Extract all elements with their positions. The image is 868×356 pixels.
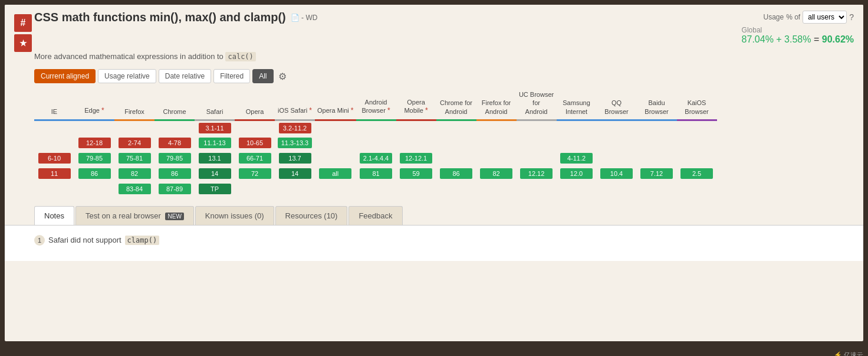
table-cell: 7.12 — [637, 166, 677, 181]
table-cell: 79-85 — [154, 151, 195, 166]
subtitle: More advanced mathematical expressions i… — [5, 48, 863, 64]
title-badge: 📄 - WD — [291, 14, 318, 22]
table-cell — [597, 120, 637, 135]
table-row: 3.1-113.2-11.2 — [34, 120, 717, 135]
table-cell: 75-81 — [114, 151, 154, 166]
table-cell: 13.7 — [275, 151, 315, 166]
table-cell — [557, 120, 597, 135]
table-cell: 86 — [74, 166, 114, 181]
table-cell — [517, 120, 557, 135]
table-cell — [74, 181, 114, 197]
table-cell: 11.3-13.3 — [275, 135, 315, 151]
browser-kaios: KaiOSBrowser — [677, 88, 717, 120]
all-btn[interactable]: All — [252, 69, 273, 83]
table-cell: 14 — [275, 166, 315, 181]
table-cell — [275, 181, 315, 197]
table-cell — [114, 120, 154, 135]
star-icon[interactable]: ★ — [14, 34, 32, 52]
browser-chrome: Chrome — [154, 88, 195, 120]
browser-opera: Opera — [235, 88, 275, 120]
table-cell — [517, 181, 557, 197]
browser-android: AndroidBrowser * — [356, 88, 396, 120]
browser-header-row: IE Edge * Firefox Chrome Safari Opera iO… — [34, 88, 717, 120]
table-cell: TP — [195, 181, 235, 197]
table-cell: 10-65 — [235, 135, 275, 151]
table-cell — [315, 181, 356, 197]
table-cell — [34, 181, 74, 197]
table-cell — [235, 120, 275, 135]
date-relative-btn[interactable]: Date relative — [159, 69, 211, 83]
table-cell: 10.4 — [597, 166, 637, 181]
current-aligned-btn[interactable]: Current aligned — [34, 69, 96, 83]
table-cell: 4-78 — [154, 135, 195, 151]
tab-issues[interactable]: Known issues (0) — [195, 206, 274, 225]
compatibility-rows: 3.1-113.2-11.212-182-744-7811.1-1310-651… — [34, 120, 717, 197]
table-cell: 2.5 — [677, 166, 717, 181]
filtered-btn[interactable]: Filtered — [213, 69, 250, 83]
tab-test[interactable]: Test on a real browser NEW — [75, 206, 194, 225]
question-icon[interactable]: ? — [849, 12, 854, 22]
table-cell — [436, 135, 476, 151]
users-select[interactable]: all users — [803, 11, 847, 24]
table-cell — [597, 135, 637, 151]
table-cell: 12.0 — [557, 166, 597, 181]
filter-bar: Current aligned Usage relative Date rela… — [5, 64, 863, 88]
table-cell: 6-10 — [34, 151, 74, 166]
table-cell — [476, 151, 517, 166]
browser-ios: iOS Safari * — [275, 88, 315, 120]
table-cell — [677, 135, 717, 151]
browser-ie: IE — [34, 88, 74, 120]
table-cell — [356, 181, 396, 197]
table-cell: 2.1-4.4.4 — [356, 151, 396, 166]
usage-stats: 87.04% + 3.58% = 90.62% — [742, 34, 854, 45]
table-row: 12-182-744-7811.1-1310-6511.3-13.3 — [34, 135, 717, 151]
footnote-text: Safari did not support — [48, 236, 121, 244]
table-cell: 3.1-11 — [195, 120, 235, 135]
yisu-logo: ⚡ 亿速云 — [834, 351, 863, 357]
table-cell — [315, 120, 356, 135]
table-cell — [396, 120, 436, 135]
table-cell: 3.2-11.2 — [275, 120, 315, 135]
usage-relative-btn[interactable]: Usage relative — [98, 69, 156, 83]
browser-table: IE Edge * Firefox Chrome Safari Opera iO… — [34, 88, 717, 197]
table-cell — [154, 120, 195, 135]
table-cell — [557, 135, 597, 151]
table-cell: 82 — [114, 166, 154, 181]
browser-samsung: SamsungInternet — [557, 88, 597, 120]
browser-firefoxandroid: Firefox forAndroid — [476, 88, 517, 120]
table-cell — [396, 181, 436, 197]
tab-feedback[interactable]: Feedback — [348, 206, 402, 225]
browser-ucandroid: UC BrowserforAndroid — [517, 88, 557, 120]
table-cell: 81 — [356, 166, 396, 181]
footnote-code: clamp() — [125, 236, 160, 245]
table-row: 11868286147214all8159868212.1212.010.47.… — [34, 166, 717, 181]
table-cell: 13.1 — [195, 151, 235, 166]
table-cell — [476, 120, 517, 135]
table-cell: 2-74 — [114, 135, 154, 151]
table-cell: 11.1-13 — [195, 135, 235, 151]
browser-baidu: BaiduBrowser — [637, 88, 677, 120]
browser-table-wrapper: IE Edge * Firefox Chrome Safari Opera iO… — [5, 88, 863, 197]
footnote: 1 Safari did not support clamp() — [34, 235, 856, 246]
table-cell — [476, 181, 517, 197]
tab-content: 1 Safari did not support clamp() — [5, 226, 863, 261]
tab-notes[interactable]: Notes — [34, 206, 74, 225]
table-cell — [637, 151, 677, 166]
title-section: CSS math functions min(), max() and clam… — [34, 11, 317, 24]
table-cell: 83-84 — [114, 181, 154, 197]
table-cell: 4-11.2 — [557, 151, 597, 166]
hash-icon[interactable]: # — [14, 14, 32, 32]
table-cell — [517, 151, 557, 166]
table-cell — [597, 151, 637, 166]
table-cell: 12-12.1 — [396, 151, 436, 166]
browser-operamobile: OperaMobile * — [396, 88, 436, 120]
table-cell: 82 — [476, 166, 517, 181]
table-cell — [436, 151, 476, 166]
browser-operamini: Opera Mini * — [315, 88, 356, 120]
tab-resources[interactable]: Resources (10) — [275, 206, 348, 225]
browser-chromeandroid: Chrome forAndroid — [436, 88, 476, 120]
table-cell: 87-89 — [154, 181, 195, 197]
gear-icon[interactable]: ⚙ — [278, 71, 287, 82]
browser-edge: Edge * — [74, 88, 114, 120]
table-cell — [597, 181, 637, 197]
